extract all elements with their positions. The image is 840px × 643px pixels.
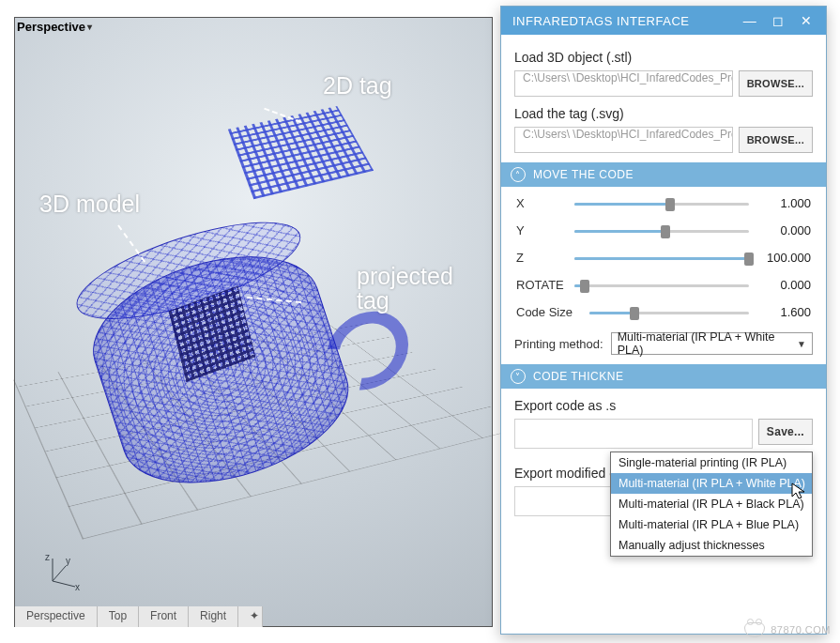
printing-option[interactable]: Single-material printing (IR PLA) bbox=[611, 452, 812, 473]
svg-text:y: y bbox=[66, 556, 70, 566]
projected-tag-on-mug bbox=[169, 286, 256, 383]
slider-label-z: Z bbox=[516, 251, 565, 265]
printing-method-dropdown[interactable]: Single-material printing (IR PLA)Multi-m… bbox=[610, 452, 813, 557]
tab-perspective[interactable]: Perspective bbox=[15, 606, 98, 627]
app-root: Perspective ▾ 2D tag 3D model projected … bbox=[0, 0, 840, 643]
tab-right[interactable]: Right bbox=[189, 606, 238, 627]
printing-option[interactable]: Multi-material (IR PLA + Black PLA) bbox=[611, 494, 812, 514]
printing-method-label: Printing method: bbox=[514, 337, 603, 351]
panel-title: INFRAREDTAGS INTERFACE bbox=[512, 14, 689, 28]
panel-body: Load 3D object (.stl) C:\Users\ \Desktop… bbox=[501, 35, 826, 634]
move-code-header[interactable]: ˄ MOVE THE CODE bbox=[501, 162, 826, 187]
slider-label-y: Y bbox=[516, 223, 565, 237]
watermark-text: 87870.COM bbox=[771, 624, 831, 635]
panel-titlebar[interactable]: INFRAREDTAGS INTERFACE — ◻ ✕ bbox=[501, 7, 826, 35]
printing-option[interactable]: Manually adjust thicknesses bbox=[611, 535, 812, 556]
code-size-value: 1.600 bbox=[758, 305, 811, 319]
tag-path-input[interactable]: C:\Users\ \Desktop\HCI_InfaredCodes_Prc bbox=[514, 127, 733, 153]
slider-z[interactable] bbox=[574, 252, 749, 265]
slider-value-z: 100.000 bbox=[758, 251, 811, 265]
close-icon[interactable]: ✕ bbox=[792, 10, 820, 31]
chevron-down-icon[interactable]: ▼ bbox=[797, 339, 806, 349]
viewport-title: Perspective bbox=[17, 20, 85, 34]
viewport-title-bar[interactable]: Perspective ▾ bbox=[17, 20, 92, 34]
annotation-3d-model: 3D model bbox=[39, 191, 140, 218]
load-tag-label: Load the tag (.svg) bbox=[514, 106, 813, 121]
slider-x[interactable] bbox=[574, 197, 749, 210]
printing-option[interactable]: Multi-material (IR PLA + Blue PLA) bbox=[611, 514, 812, 535]
slider-label-x: X bbox=[516, 196, 565, 210]
browse-object-button[interactable]: BROWSE... bbox=[739, 70, 813, 97]
rhino-viewport[interactable]: Perspective ▾ 2D tag 3D model projected … bbox=[14, 17, 493, 627]
slider-y[interactable] bbox=[574, 224, 749, 237]
expand-down-icon[interactable]: ˅ bbox=[511, 369, 526, 384]
slider-label-rotate: ROTATE bbox=[516, 278, 565, 292]
watermark: 87870.COM bbox=[744, 622, 831, 637]
code-size-label: Code Size bbox=[516, 305, 580, 319]
chevron-down-icon[interactable]: ▾ bbox=[87, 22, 92, 32]
object-path-input[interactable]: C:\Users\ \Desktop\HCI_InfaredCodes_Prc bbox=[514, 70, 733, 97]
infraredtags-panel: INFRAREDTAGS INTERFACE — ◻ ✕ Load 3D obj… bbox=[500, 6, 827, 635]
minimize-icon[interactable]: — bbox=[736, 10, 764, 31]
slider-value-y: 0.000 bbox=[758, 223, 811, 237]
slider-rotate[interactable] bbox=[574, 279, 749, 292]
save-code-button[interactable]: Save... bbox=[758, 419, 813, 445]
tab-top[interactable]: Top bbox=[98, 606, 139, 627]
export-code-path[interactable] bbox=[514, 419, 753, 449]
svg-line-1 bbox=[53, 566, 66, 581]
printing-option[interactable]: Multi-material (IR PLA + White PLA) bbox=[611, 473, 812, 494]
maximize-icon[interactable]: ◻ bbox=[764, 10, 792, 31]
tab-front[interactable]: Front bbox=[139, 606, 189, 627]
collapse-up-icon[interactable]: ˄ bbox=[511, 167, 526, 182]
annotation-projected-tag: projected tag bbox=[357, 264, 453, 314]
move-code-title: MOVE THE CODE bbox=[533, 168, 634, 181]
annotation-2d-tag: 2D tag bbox=[323, 72, 392, 100]
slider-value-x: 1.000 bbox=[758, 196, 811, 210]
slider-value-rotate: 0.000 bbox=[758, 278, 811, 292]
svg-text:x: x bbox=[75, 582, 80, 592]
axis-gizmo: x y z bbox=[43, 553, 81, 590]
tab-add[interactable]: ✦ bbox=[238, 606, 263, 627]
code-size-slider[interactable] bbox=[589, 306, 749, 319]
export-code-label: Export code as .s bbox=[514, 398, 813, 413]
code-thickness-header[interactable]: ˅ CODE THICKNE bbox=[501, 364, 826, 389]
floating-2d-tag bbox=[228, 106, 374, 199]
watermark-logo-icon bbox=[744, 622, 765, 637]
code-thickness-title: CODE THICKNE bbox=[533, 370, 623, 383]
load-object-label: Load 3D object (.stl) bbox=[514, 50, 813, 65]
viewport-tabs: Perspective Top Front Right ✦ bbox=[15, 606, 263, 627]
svg-text:z: z bbox=[45, 552, 50, 562]
printing-method-select[interactable]: Multi-material (IR PLA + White PLA) ▼ bbox=[611, 332, 813, 355]
printing-method-selected: Multi-material (IR PLA + White PLA) bbox=[618, 330, 797, 357]
svg-line-0 bbox=[53, 581, 75, 587]
browse-tag-button[interactable]: BROWSE... bbox=[739, 127, 813, 153]
